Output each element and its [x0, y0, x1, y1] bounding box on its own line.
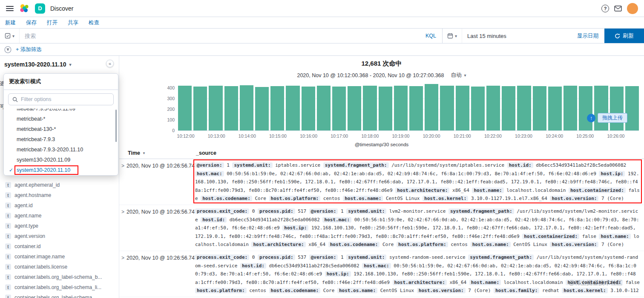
- index-pattern-option[interactable]: metricbeat-7.9.3-2020.11.10: [4, 145, 118, 155]
- histogram-bar[interactable]: [394, 86, 408, 131]
- field-value: /usr/lib/systemd/system/iptables.service: [391, 162, 504, 168]
- histogram-bar[interactable]: [440, 86, 454, 131]
- x-axis-tick-label: 10:21:00: [454, 133, 471, 139]
- field-key: systemd.fragment_path:: [468, 255, 534, 260]
- histogram-bar[interactable]: [548, 87, 562, 131]
- expand-row-icon[interactable]: >: [121, 255, 124, 261]
- histogram-bar[interactable]: [240, 85, 253, 131]
- index-pattern-option[interactable]: ✓system130-2020.11.10: [4, 165, 118, 175]
- doc-source-cell[interactable]: process.exit_code: 0 process.pid: 517 @v…: [195, 207, 641, 249]
- histogram-bar[interactable]: [255, 87, 269, 131]
- index-pattern-selector[interactable]: system130-2020.11.10 ▾: [0, 56, 119, 68]
- saved-query-menu-button[interactable]: ▾: [0, 29, 20, 43]
- expand-row-icon[interactable]: >: [121, 163, 124, 169]
- sidebar-field-item[interactable]: tagent.name: [0, 211, 119, 221]
- sidebar-field-item[interactable]: tcontainer.labels.org_label-schema_b...: [0, 272, 119, 282]
- histogram-bar[interactable]: [471, 87, 485, 131]
- histogram-bar[interactable]: [409, 86, 423, 131]
- doc-time-cell[interactable]: 2020, Nov 10 @ 10:26:56.747: [126, 163, 198, 169]
- sidebar-field-item[interactable]: tcontainer.image.name: [0, 252, 119, 262]
- index-pattern-option[interactable]: system130-2020.11.09: [4, 155, 118, 165]
- histogram-bar[interactable]: [209, 86, 222, 131]
- toolbar-link-inspect[interactable]: 检查: [89, 19, 99, 26]
- histogram-bar[interactable]: [533, 86, 546, 131]
- sidebar-field-item[interactable]: tagent.id: [0, 200, 119, 211]
- histogram-bar[interactable]: [332, 87, 346, 131]
- field-key: host.os.kernel:: [423, 196, 468, 201]
- field-value: systemd-random-seed.service: [389, 255, 466, 260]
- refresh-button[interactable]: 刷新: [604, 29, 644, 43]
- histogram-bar[interactable]: [456, 86, 469, 131]
- histogram-bar[interactable]: [379, 87, 392, 131]
- user-avatar[interactable]: [627, 3, 638, 14]
- doc-time-cell[interactable]: 2020, Nov 10 @ 10:26:56.747: [126, 255, 198, 261]
- sidebar-field-item[interactable]: tagent.hostname: [0, 190, 119, 200]
- histogram-bar[interactable]: [348, 86, 361, 131]
- doc-source-cell[interactable]: @version: 1 systemd.unit: iptables.servi…: [195, 161, 641, 203]
- drag-upload-icon[interactable]: ↑: [587, 114, 595, 122]
- histogram-bar[interactable]: [317, 86, 331, 131]
- sidebar-field-item[interactable]: tcontainer.labels.org_label-schema_li...: [0, 282, 119, 292]
- sidebar-field-item[interactable]: tcontainer.labels.org_label-schema_...: [0, 292, 119, 298]
- field-key: host.architecture:: [393, 280, 447, 285]
- histogram-bar[interactable]: [610, 87, 624, 131]
- field-value: localhost.localdomain: [504, 280, 563, 285]
- interval-select[interactable]: 自动 ▾: [451, 72, 466, 79]
- space-badge[interactable]: D: [35, 3, 45, 14]
- y-axis-tick-label: 0: [172, 128, 175, 133]
- sidebar-section-label-partial: 可: [0, 103, 3, 110]
- sidebar-field-item[interactable]: tcontainer.labels.license: [0, 262, 119, 272]
- table-header: Time ▼ _source: [119, 148, 644, 159]
- index-pattern-option[interactable]: metricbeat-7.9.3: [4, 134, 118, 145]
- sidebar-field-item[interactable]: tagent.version: [0, 231, 119, 241]
- field-type-icon: t: [5, 223, 11, 229]
- histogram-bar[interactable]: [270, 86, 284, 131]
- popover-scrollbar[interactable]: [115, 110, 117, 142]
- histogram-bar[interactable]: [594, 86, 608, 131]
- histogram-bar[interactable]: [425, 84, 438, 131]
- toolbar-link-new[interactable]: 新建: [5, 19, 16, 26]
- index-pattern-option[interactable]: metricbeat-*: [4, 114, 118, 124]
- toolbar-link-save[interactable]: 保存: [26, 19, 37, 26]
- menu-icon[interactable]: [6, 6, 14, 11]
- add-filter-link[interactable]: + 添加筛选: [16, 46, 42, 53]
- histogram-bar[interactable]: [286, 86, 299, 131]
- field-key: host.containerized:: [569, 188, 626, 193]
- mail-icon[interactable]: [614, 6, 622, 12]
- histogram-bar[interactable]: [363, 86, 377, 131]
- kql-toggle[interactable]: KQL: [420, 33, 442, 39]
- toolbar-link-share[interactable]: 共享: [68, 19, 78, 26]
- sidebar-field-item[interactable]: tcontainer.id: [0, 241, 119, 252]
- histogram-bar[interactable]: [564, 86, 577, 131]
- histogram-bar[interactable]: [502, 86, 515, 131]
- x-axis-tick-label: 10:17:00: [331, 133, 348, 139]
- histogram-bar[interactable]: [178, 86, 192, 131]
- expand-row-icon[interactable]: >: [121, 209, 124, 215]
- column-header-time[interactable]: Time ▼: [128, 150, 146, 156]
- drag-upload-label[interactable]: 拖拽上传: [598, 113, 627, 123]
- histogram-bar[interactable]: [302, 87, 315, 131]
- toolbar-link-open[interactable]: 打开: [47, 19, 58, 26]
- field-value: db6ecc534d93411ab2f28c5eda006082: [536, 162, 626, 168]
- histogram-bar[interactable]: [517, 86, 531, 131]
- index-pattern-option[interactable]: metricbeat-130-*: [4, 124, 118, 134]
- doc-time-cell[interactable]: 2020, Nov 10 @ 10:26:56.747: [126, 209, 198, 215]
- filter-settings-icon[interactable]: [4, 46, 12, 53]
- sidebar-field-item[interactable]: tagent.ephemeral_id: [0, 180, 119, 190]
- histogram-bar[interactable]: [193, 87, 207, 131]
- calendar-menu-button[interactable]: ▾: [443, 29, 462, 43]
- index-pattern-option[interactable]: filebeat-7.9.3-2020.11.09: [4, 109, 118, 114]
- help-icon[interactable]: ?: [601, 5, 609, 12]
- search-input[interactable]: [20, 29, 420, 43]
- doc-source-cell[interactable]: process.exit_code: 0 process.pid: 537 @v…: [195, 253, 641, 295]
- show-dates-link[interactable]: 显示日期: [577, 32, 604, 40]
- collapse-sidebar-icon[interactable]: «: [106, 60, 114, 67]
- sidebar-field-item[interactable]: tagent.type: [0, 221, 119, 231]
- time-range-value[interactable]: Last 15 minutes: [462, 33, 577, 39]
- filter-options-input[interactable]: [21, 96, 109, 102]
- histogram-bar[interactable]: [486, 86, 500, 131]
- histogram-bar[interactable]: [625, 86, 639, 131]
- histogram-bar[interactable]: [224, 86, 238, 131]
- field-type-icon: t: [5, 243, 11, 249]
- histogram-bar[interactable]: [579, 86, 592, 131]
